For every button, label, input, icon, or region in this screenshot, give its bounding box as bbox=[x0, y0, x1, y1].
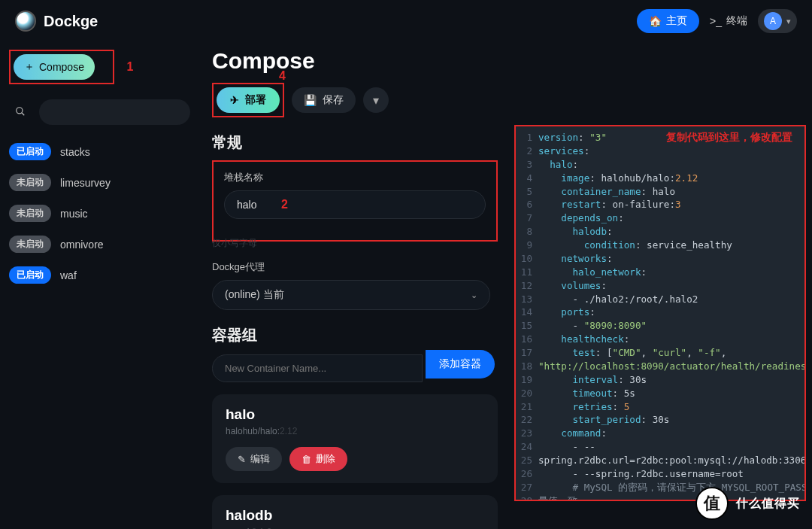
brand-name: Dockge bbox=[44, 13, 98, 30]
code-line: 20 timeout: 5s bbox=[519, 387, 798, 400]
proxy-value: (online) 当前 bbox=[225, 288, 284, 302]
avatar: A bbox=[764, 12, 782, 30]
code-line: 11 halo_network: bbox=[519, 266, 798, 279]
code-line: 26 - --spring.r2dbc.username=root bbox=[519, 467, 798, 481]
sidebar-item-limesurvey[interactable]: 未启动limesurvey bbox=[9, 174, 186, 191]
compose-button[interactable]: ＋ Compose bbox=[14, 54, 95, 80]
edit-button[interactable]: ✎编辑 bbox=[226, 447, 282, 471]
sidebar-item-music[interactable]: 未启动music bbox=[9, 205, 186, 222]
search-icon bbox=[9, 106, 32, 119]
trash-icon: 🗑 bbox=[301, 454, 311, 465]
code-line: 6 restart: on-failure:3 bbox=[519, 198, 798, 211]
code-line: 17 test: ["CMD", "curl", "-f", bbox=[519, 346, 798, 360]
code-annotation: 复制代码到这里，修改配置 bbox=[666, 131, 792, 144]
search-input[interactable] bbox=[39, 99, 190, 125]
code-line: 4 image: halohub/halo:2.12 bbox=[519, 172, 798, 185]
code-line: 18"http://localhost:8090/actuator/health… bbox=[519, 360, 798, 373]
code-line: 14 ports: bbox=[519, 306, 798, 319]
status-badge: 未启动 bbox=[9, 236, 51, 253]
container-card: halodbmysql:8.1.0✎编辑🗑删除 bbox=[212, 495, 498, 529]
sidebar-item-waf[interactable]: 已启动waf bbox=[9, 266, 186, 284]
more-menu-button[interactable]: ▾ bbox=[363, 87, 389, 113]
svg-point-0 bbox=[17, 107, 23, 113]
chevron-down-icon: ▾ bbox=[786, 17, 791, 26]
annotation-4: 4 bbox=[279, 69, 286, 83]
stack-name: waf bbox=[60, 269, 77, 281]
card-title: halodb bbox=[226, 507, 484, 524]
code-line: 7 depends_on: bbox=[519, 211, 798, 225]
add-container-label: 添加容器 bbox=[439, 357, 481, 369]
annotation-1: 1 bbox=[126, 60, 133, 74]
annotation-box-4: 4 ✈ 部署 bbox=[212, 83, 284, 117]
code-line: 21 retries: 5 bbox=[519, 400, 798, 414]
home-label: 主页 bbox=[666, 14, 687, 28]
chevron-down-icon: ⌄ bbox=[471, 290, 477, 300]
stack-name: omnivore bbox=[60, 239, 104, 251]
code-line: 5 container_name: halo bbox=[519, 185, 798, 199]
code-line: 23 command: bbox=[519, 427, 798, 440]
terminal-icon: >_ bbox=[710, 15, 722, 27]
add-container-button[interactable]: 添加容器 bbox=[426, 350, 495, 379]
container-card: halohalohub/halo:2.12✎编辑🗑删除 bbox=[212, 394, 498, 483]
code-line: 22 start_period: 30s bbox=[519, 413, 798, 427]
watermark-badge: 值 bbox=[695, 487, 729, 520]
save-icon: 💾 bbox=[304, 94, 317, 106]
plus-icon: ＋ bbox=[24, 60, 35, 74]
code-line: 13 - ./halo2:/root/.halo2 bbox=[519, 293, 798, 306]
code-line: 10 networks: bbox=[519, 252, 798, 266]
compose-label: Compose bbox=[39, 61, 84, 73]
annotation-box-1: ＋ Compose bbox=[9, 50, 114, 84]
proxy-select[interactable]: (online) 当前 ⌄ bbox=[212, 280, 490, 310]
caret-down-icon: ▾ bbox=[373, 93, 379, 108]
code-line: 8 halodb: bbox=[519, 225, 798, 239]
code-line: 16 healthcheck: bbox=[519, 333, 798, 346]
terminal-label: 终端 bbox=[726, 14, 747, 28]
code-editor-panel[interactable]: 复制代码到这里，修改配置 1version: "3"2services:3 ha… bbox=[514, 125, 806, 501]
stackname-label: 堆栈名称 bbox=[224, 171, 486, 184]
deploy-button[interactable]: ✈ 部署 bbox=[217, 87, 280, 113]
save-button[interactable]: 💾 保存 bbox=[292, 87, 356, 113]
page-title: Compose bbox=[212, 48, 797, 74]
sidebar-item-omnivore[interactable]: 未启动omnivore bbox=[9, 236, 186, 253]
code-line: 2services: bbox=[519, 144, 798, 158]
code-line: 12 volumes: bbox=[519, 279, 798, 293]
code-line: 19 interval: 30s bbox=[519, 373, 798, 387]
pencil-icon: ✎ bbox=[238, 454, 246, 465]
code-line: 24 - -- bbox=[519, 440, 798, 454]
status-badge: 已启动 bbox=[9, 266, 51, 284]
code-line: 3 halo: bbox=[519, 158, 798, 172]
code-line: 15 - "8090:8090" bbox=[519, 319, 798, 333]
rocket-icon: ✈ bbox=[230, 94, 239, 106]
new-container-input[interactable] bbox=[212, 354, 423, 382]
stack-name: music bbox=[60, 208, 88, 220]
code-line: 9 condition: service_healthy bbox=[519, 239, 798, 252]
status-badge: 未启动 bbox=[9, 205, 51, 222]
home-icon: 🏠 bbox=[649, 15, 662, 27]
card-subtitle: halohub/halo:2.12 bbox=[226, 426, 484, 436]
deploy-label: 部署 bbox=[245, 93, 266, 107]
annotation-2: 2 bbox=[281, 198, 543, 211]
code-line: 25spring.r2dbc.url=r2dbc:pool:mysql://ha… bbox=[519, 454, 798, 467]
sidebar-item-stacks[interactable]: 已启动stacks bbox=[9, 143, 186, 160]
stack-name: stacks bbox=[60, 146, 90, 158]
svg-line-1 bbox=[22, 112, 25, 115]
app-logo bbox=[15, 11, 36, 32]
delete-button[interactable]: 🗑删除 bbox=[289, 447, 347, 471]
user-menu[interactable]: A ▾ bbox=[758, 9, 797, 33]
status-badge: 未启动 bbox=[9, 174, 51, 191]
status-badge: 已启动 bbox=[9, 143, 51, 160]
watermark-text: 什么值得买 bbox=[736, 496, 800, 512]
watermark: 值 什么值得买 bbox=[695, 487, 800, 520]
home-button[interactable]: 🏠 主页 bbox=[637, 9, 699, 33]
save-label: 保存 bbox=[323, 93, 344, 107]
card-title: halo bbox=[226, 406, 484, 423]
terminal-link[interactable]: >_ 终端 bbox=[710, 14, 747, 28]
annotation-box-2: 堆栈名称 2 bbox=[212, 160, 498, 242]
stack-name: limesurvey bbox=[60, 177, 111, 189]
